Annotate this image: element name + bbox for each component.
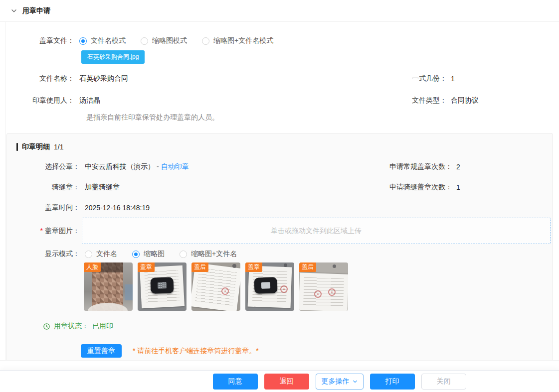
red-seal-mark [221,287,229,295]
thumbnail-stamping-photo[interactable]: 盖章 [245,262,294,311]
mobile-client-warning: * 请前往手机客户端连接章筒进行盖章。* [133,347,259,356]
separator: - [157,162,159,170]
stamp-device-image [254,277,278,294]
cross-seal-label: 骑缝章： [11,183,80,192]
file-type-field: 文件类型： 合同协议 [372,96,479,105]
return-button[interactable]: 退回 [264,374,309,390]
file-name-value: 石英砂采购合同 [79,74,128,83]
upload-dropzone[interactable]: 单击或拖动文件到此区域上传 [82,218,551,244]
radio-unselected-icon [202,37,209,45]
reset-row: 重置盖章 * 请前往手机客户端连接章筒进行盖章。* [11,344,553,358]
radio-display-thumbnail[interactable]: 缩略图 [132,250,165,259]
file-type-value: 合同协议 [451,96,479,105]
seal-select-row: 选择公章： 中安云盾科技（演示）-自动印章 申请常规盖章次数： 2 [11,162,553,172]
display-mode-radio-group: 文件名 缩略图 缩略图+文件名 [85,250,237,259]
normal-count-label: 申请常规盖章次数： [377,162,452,171]
cross-seal-value: 加盖骑缝章 [85,183,120,192]
thumbnail-badge: 盖后 [191,262,208,272]
red-seal-mark [280,285,288,293]
copies-label: 一式几份： [372,74,447,83]
radio-label: 文件名模式 [91,36,126,45]
agree-button[interactable]: 同意 [213,374,258,390]
radio-label: 缩略图+文件名 [191,250,237,259]
collapse-chevron-icon[interactable] [11,8,17,14]
radio-label: 缩略图+文件名模式 [213,36,273,45]
stamp-images-row: *盖章图片： 单击或拖动文件到此区域上传 [11,218,553,244]
normal-count-field: 申请常规盖章次数： 2 [377,162,460,171]
thumbnail-badge: 盖章 [138,262,155,272]
page-title: 用章申请 [22,6,50,15]
title-bar-decoration [16,143,18,151]
stamped-paper-image [299,272,348,311]
print-button[interactable]: 打印 [370,374,415,390]
radio-filename-mode[interactable]: 文件名模式 [79,36,126,45]
seal-status-label: 用章状态： [54,322,89,331]
radio-selected-icon [132,251,140,258]
more-actions-button[interactable]: 更多操作 [316,374,364,390]
radio-selected-icon [79,37,87,45]
cross-count-value: 1 [456,183,460,191]
thumbnail-stamped-photo[interactable]: 盖后 [299,262,348,311]
thumbnail-badge: 盖章 [245,262,262,272]
radio-label: 文件名 [96,250,117,259]
thumbnail-badge: 人脸 [84,262,101,272]
seal-status-row: 用章状态： 已用印 [11,322,553,331]
stamp-images-label: *盖章图片： [11,227,80,236]
cross-count-label: 申请骑缝盖章次数： [377,183,452,192]
seal-user-value: 汤洁晶 [79,96,100,105]
stamp-file-row: 盖章文件： 文件名模式 缩略图模式 缩略图+文件名模式 [5,36,559,46]
thumbnail-face-photo[interactable]: 人脸 [84,262,133,311]
seal-status-value: 已用印 [92,322,113,331]
radio-label: 缩略图 [144,250,165,259]
radio-thumb-filename-mode[interactable]: 缩略图+文件名模式 [202,36,273,45]
seal-detail-title: 印章明细 1/1 [11,142,553,151]
seal-select-label: 选择公章： [11,162,80,171]
upload-hint-text: 单击或拖动文件到此区域上传 [271,227,362,236]
normal-count-value: 2 [456,163,460,171]
radio-unselected-icon [180,251,187,258]
panel-bottom-divider [0,360,559,361]
file-name-row: 文件名称： 石英砂采购合同 一式几份： 1 [5,74,559,84]
thumbnail-list: 人脸 盖章 盖后 盖章 [11,262,553,311]
radio-display-thumb-filename[interactable]: 缩略图+文件名 [180,250,237,259]
display-mode-label: 显示模式： [11,250,80,259]
seal-company: 中安云盾科技（演示） [85,162,155,170]
seal-user-hint: 是指亲自前往印章保管处办理盖章的人员。 [5,113,559,122]
display-mode-row: 显示模式： 文件名 缩略图 缩略图+文件名 [11,249,553,259]
footer-action-bar: 同意 退回 更多操作 打印 关闭 [0,370,559,392]
seal-select-value: 中安云盾科技（演示）-自动印章 [85,162,189,171]
radio-unselected-icon [85,251,92,258]
close-button[interactable]: 关闭 [421,374,466,390]
radio-thumbnail-mode[interactable]: 缩略图模式 [141,36,187,45]
file-name-label: 文件名称： [5,74,74,83]
seal-user-label: 印章使用人： [5,96,74,105]
seal-detail-title-text: 印章明细 [22,142,50,151]
file-tag[interactable]: 石英砂采购合同.jpg [81,50,145,64]
radio-display-filename[interactable]: 文件名 [85,250,117,259]
seal-detail-page-indicator: 1/1 [54,143,63,151]
radio-unselected-icon [141,37,148,45]
reset-stamp-button[interactable]: 重置盖章 [81,344,122,358]
auto-seal-link[interactable]: 自动印章 [161,162,189,170]
stamp-file-radio-group: 文件名模式 缩略图模式 缩略图+文件名模式 [79,36,273,45]
panel-header: 用章申请 [0,0,559,22]
red-seal-mark [314,290,322,298]
thumbnail-stamped-photo[interactable]: 盖后 [191,262,240,311]
stamp-time-row: 盖章时间： 2025-12-16 18:48:19 [11,203,553,213]
thumbnail-stamping-photo[interactable]: 盖章 [138,262,186,311]
more-actions-label: 更多操作 [322,377,350,386]
copies-field: 一式几份： 1 [372,74,455,83]
form-content: 盖章文件： 文件名模式 缩略图模式 缩略图+文件名模式 石英砂采购合同.jpg … [5,22,559,360]
copies-value: 1 [451,75,455,83]
cross-count-field: 申请骑缝盖章次数： 1 [377,183,460,192]
stamp-device-image [150,277,174,294]
file-tag-row: 石英砂采购合同.jpg [5,50,559,64]
seal-user-row: 印章使用人： 汤洁晶 文件类型： 合同协议 [5,96,559,106]
stamp-file-label: 盖章文件： [5,36,74,45]
radio-label: 缩略图模式 [152,36,187,45]
cross-seal-row: 骑缝章： 加盖骑缝章 申请骑缝盖章次数： 1 [11,182,553,192]
thumbnail-badge: 盖后 [299,262,316,272]
required-asterisk: * [40,227,43,235]
file-type-label: 文件类型： [372,96,447,105]
red-seal-mark [328,288,336,296]
